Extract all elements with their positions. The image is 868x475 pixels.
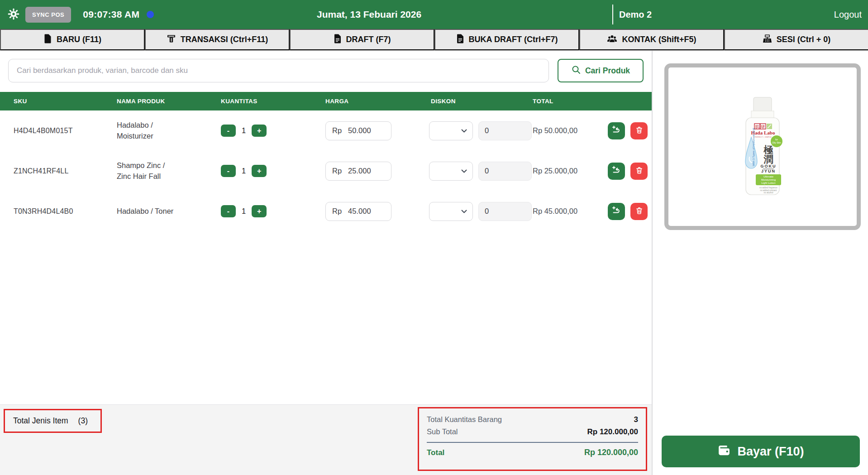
delete-row-button[interactable] [630,163,648,180]
add-extra-button[interactable] [608,203,625,220]
items-count-value: (3) [78,416,88,426]
quantity-stepper: - 1 + [221,205,325,217]
price-input[interactable]: Rp 50.000 [325,121,391,140]
gear-icon [8,8,19,21]
totals-box: Total Kuantitas Barang 3 Sub Total Rp 12… [418,407,647,471]
plus-return-icon [611,125,621,136]
quantity-value: 1 [242,126,246,135]
document-icon [456,34,464,46]
add-extra-button[interactable] [608,122,625,139]
tab-baru[interactable]: BARU (F11) [0,29,145,50]
pay-button[interactable]: Bayar (F10) [662,436,860,467]
table-body: H4D4L4B0M015T Hadalabo / Moisturizer - 1… [0,110,652,231]
price-value: 45.000 [348,207,371,216]
subtotal-value: Rp 120.000,00 [587,427,638,437]
bottle-kanji-1: 極 [763,144,773,155]
quantity-stepper: - 1 + [221,125,325,137]
chevron-down-icon [461,207,467,216]
bottle-sub-1: GOKU [761,164,777,168]
quantity-increase-button[interactable]: + [252,165,267,177]
bottle-logo-kanji-2: 研 [761,125,765,129]
tab-transaksi[interactable]: TRANSAKSI (Ctrl+F11) [145,29,290,50]
search-icon [571,65,581,77]
shortcut-tab-bar: BARU (F11) TRANSAKSI (Ctrl+F11) DRAFT (F… [0,29,868,51]
settings-button[interactable] [7,8,20,21]
bottle-logo-kanji-1: 肌 [755,125,759,129]
items-count-label: Total Jenis Item [13,416,68,426]
sync-pos-button[interactable]: SYNC POS [25,7,71,23]
discount-value-input[interactable]: 0 [478,121,532,140]
main-content: Cari Produk SKU NAMA PRODUK KUANTITAS HA… [0,51,868,475]
discount-type-select[interactable] [429,202,473,221]
bottle-footnote-2: no added colorant [760,189,777,192]
quantity-decrease-button[interactable]: - [221,125,236,137]
bottle-footnote-3: no alcohol [764,192,773,194]
quantity-decrease-button[interactable]: - [221,165,236,177]
delete-row-button[interactable] [630,122,648,139]
search-input[interactable] [8,59,549,82]
tab-draft[interactable]: DRAFT (F7) [290,29,434,50]
totals-divider [427,442,638,443]
table-header: SKU NAMA PRODUK KUANTITAS HARGA DISKON T… [0,92,652,110]
discount-type-select[interactable] [429,121,473,140]
row-product-name: Hadalabo / Moisturizer [117,120,221,142]
price-value: 25.000 [348,167,371,175]
tab-sesi[interactable]: SESI (Ctrl + 0) [724,29,868,50]
bottle-label-line1: Ultimate [763,175,774,178]
date-label: Jumat, 13 Febuari 2026 [317,9,421,20]
row-sku: T0N3RH4D4L4B0 [14,207,117,216]
subtotal-label: Sub Total [427,427,458,436]
add-extra-button[interactable] [608,163,625,180]
card-terminal-icon [167,34,176,46]
bottle-badge-line2: Oily Skin [772,141,781,144]
discount-value-input[interactable]: 0 [478,162,532,181]
cash-register-icon [763,34,772,46]
bottle-tagline: PERFECT × SIMPLE [754,136,772,138]
row-total: Rp 45.000,00 [533,207,608,216]
bottle-side-text: With 3 Types of Hyaluronic Acid [752,128,755,166]
chevron-down-icon [461,127,467,135]
user-name: Demo 2 [619,10,652,20]
bottle-label-line3: Light Lotion [761,182,775,184]
search-product-button[interactable]: Cari Produk [558,59,644,82]
total-quantity-label: Total Kuantitas Barang [427,415,502,424]
quantity-value: 1 [242,207,246,216]
topbar: SYNC POS 09:07:38 AM Jumat, 13 Febuari 2… [0,0,868,29]
col-diskon: DISKON [429,98,533,105]
table-row: H4D4L4B0M015T Hadalabo / Moisturizer - 1… [0,110,652,151]
product-panel: 肌 研 Hada Labo PERFECT × SIMPLE for Oily … [652,51,868,475]
quantity-increase-button[interactable]: + [252,205,267,217]
bottle-label-line2: Moisturizing [761,178,776,181]
price-input[interactable]: Rp 45.000 [325,202,391,221]
search-row: Cari Produk [0,51,652,82]
logout-button[interactable]: Logout [834,10,862,20]
col-total: TOTAL [533,98,608,105]
bottle-sub-2: JYUN [761,169,776,173]
tab-buka-draft[interactable]: BUKA DRAFT (Ctrl+F7) [434,29,579,50]
price-value: 50.000 [348,126,371,135]
col-sku: SKU [14,98,117,105]
summary-bar: Total Jenis Item (3) Total Kuantitas Bar… [0,404,652,475]
discount-value-input[interactable]: 0 [478,202,532,221]
total-quantity-value: 3 [634,415,638,424]
table-row: T0N3RH4D4L4B0 Hadalabo / Toner - 1 + Rp … [0,191,652,231]
tab-kontak[interactable]: KONTAK (Shift+F5) [579,29,724,50]
quantity-decrease-button[interactable]: - [221,205,236,217]
row-sku: Z1NCH41RF4LL [14,167,117,175]
col-kuantitas: KUANTITAS [221,98,325,105]
delete-row-button[interactable] [630,203,648,220]
discount-type-select[interactable] [429,162,473,181]
document-icon [334,34,342,46]
cart-section: Cari Produk SKU NAMA PRODUK KUANTITAS HA… [0,51,652,475]
plus-return-icon [611,165,621,177]
bottle-kanji-2: 潤 [763,154,773,164]
row-total: Rp 25.000,00 [533,167,608,175]
quantity-increase-button[interactable]: + [252,125,267,137]
chevron-down-icon [461,167,467,175]
clock: 09:07:38 AM [83,9,139,20]
price-input[interactable]: Rp 25.000 [325,162,391,181]
trash-icon [635,206,644,216]
row-product-name: Hadalabo / Toner [117,206,221,217]
topbar-divider [612,5,613,24]
items-count-box: Total Jenis Item (3) [4,409,102,433]
